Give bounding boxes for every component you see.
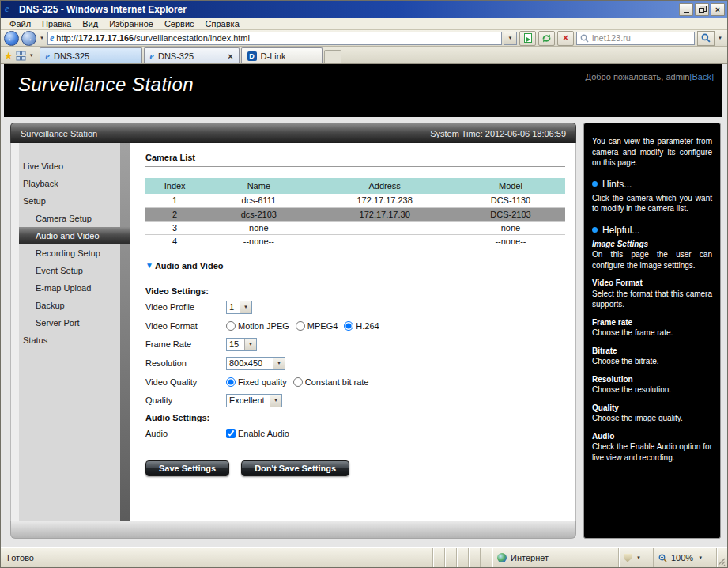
save-settings-button[interactable]: Save Settings	[145, 460, 229, 476]
panel-title: Surveillance Station	[21, 129, 97, 138]
sidebar-item-live-video[interactable]: Live Video	[19, 157, 130, 175]
sidebar-item-emap-upload[interactable]: E-map Upload	[19, 279, 130, 297]
help-section-title: Audio	[592, 431, 712, 442]
radio-mpeg4[interactable]: MPEG4	[296, 321, 338, 331]
minimize-icon	[684, 12, 689, 13]
help-section-title: Resolution	[592, 374, 712, 385]
tab-close-icon[interactable]: ×	[228, 51, 232, 61]
frame-rate-select[interactable]: 15 ▼	[226, 338, 257, 351]
refresh-button[interactable]	[538, 31, 555, 46]
resize-grip[interactable]	[716, 548, 727, 567]
sidebar-item-server-port[interactable]: Server Port	[19, 314, 130, 331]
radio-h264[interactable]: H.264	[344, 321, 379, 331]
av-form: Video Settings: Video Profile 1 ▼ Video …	[145, 286, 565, 476]
tab-dns325-2-active[interactable]: e DNS-325 ×	[144, 47, 240, 63]
menu-tools[interactable]: Сервис	[159, 18, 200, 29]
address-dropdown-button[interactable]: ▼	[504, 32, 517, 45]
dlink-icon: D	[247, 51, 257, 61]
sidebar-item-audio-and-video[interactable]: Audio and Video	[19, 227, 130, 244]
helpful-heading: Helpful...	[592, 224, 712, 237]
history-dropdown-icon[interactable]: ▼	[39, 36, 45, 40]
status-segment	[444, 548, 456, 567]
sidebar-item-recording-setup[interactable]: Recording Setup	[19, 244, 130, 262]
quick-tabs-icon[interactable]	[16, 51, 26, 61]
close-button[interactable]: ×	[711, 3, 725, 16]
radio-constant-bitrate-input[interactable]	[293, 377, 303, 387]
radio-fixed-quality[interactable]: Fixed quality	[226, 377, 287, 387]
menu-favorites[interactable]: Избранное	[104, 18, 159, 29]
video-profile-select[interactable]: 1 ▼	[226, 301, 252, 314]
protected-mode-control[interactable]: ▼	[618, 548, 653, 567]
quality-label: Quality	[145, 396, 226, 405]
cell-address	[313, 234, 456, 248]
address-input[interactable]: e http://172.17.17.166/surveillancestati…	[47, 32, 502, 45]
hints-text: Click the camera which you want to modif…	[592, 193, 712, 214]
system-time: System Time: 2012-06-06 18:06:59	[430, 129, 566, 138]
enable-audio-checkbox[interactable]	[226, 429, 236, 438]
cell-index: 3	[145, 221, 204, 234]
stop-button[interactable]: ×	[557, 31, 574, 46]
search-options-dropdown-icon[interactable]: ▼	[717, 36, 723, 40]
camera-row-3[interactable]: 3 --none-- --none--	[145, 221, 565, 234]
menu-view[interactable]: Вид	[77, 18, 104, 29]
sidebar-item-playback[interactable]: Playback	[19, 175, 130, 192]
cell-address: 172.17.17.238	[313, 194, 456, 207]
camera-list-title: Camera List	[145, 153, 565, 162]
audio-label: Audio	[145, 429, 226, 438]
radio-motion-jpeg[interactable]: Motion JPEG	[226, 321, 289, 331]
panel-footer	[10, 521, 576, 539]
page-viewport: Surveillance Station Добро пожаловать, a…	[1, 64, 727, 547]
search-input[interactable]: inet123.ru	[576, 32, 695, 45]
radio-mpeg4-input[interactable]	[296, 321, 305, 331]
camera-row-2-selected[interactable]: 2 dcs-2103 172.17.17.30 DCS-2103	[145, 207, 565, 221]
tab-dlink[interactable]: D D-Link	[241, 47, 323, 63]
status-ready: Готово	[1, 548, 432, 567]
sidebar-item-backup[interactable]: Backup	[19, 297, 130, 314]
cell-index: 1	[145, 194, 204, 207]
sidebar-item-status[interactable]: Status	[19, 331, 130, 349]
main-panel: Surveillance Station System Time: 2012-0…	[10, 123, 576, 539]
radio-h264-input[interactable]	[344, 321, 353, 331]
new-tab-stub[interactable]	[324, 50, 341, 63]
section-collapse-icon[interactable]: ▼	[145, 262, 153, 270]
menu-edit[interactable]: Правка	[36, 18, 77, 29]
address-prefix: http://	[56, 33, 78, 43]
radio-fixed-quality-input[interactable]	[226, 377, 236, 387]
cell-name: dcs-2103	[204, 207, 313, 221]
sidebar-item-camera-setup[interactable]: Camera Setup	[19, 210, 130, 227]
menu-file[interactable]: Файл	[4, 18, 36, 29]
enable-audio-option[interactable]: Enable Audio	[226, 429, 289, 438]
menu-help[interactable]: Справка	[200, 18, 245, 29]
minimize-button[interactable]	[679, 3, 693, 16]
radio-constant-bitrate[interactable]: Constant bit rate	[293, 377, 369, 387]
ie-logo-icon: e	[5, 4, 16, 15]
back-button[interactable]: ←	[4, 31, 19, 46]
tab-bar: ★ ▼ e DNS-325 e DNS-325 × D D-Link	[1, 47, 727, 64]
tab-list-dropdown-icon[interactable]: ▼	[28, 53, 35, 58]
refresh-icon	[541, 33, 552, 44]
sidebar-item-event-setup[interactable]: Event Setup	[19, 262, 130, 279]
radio-motion-jpeg-input[interactable]	[226, 321, 236, 331]
tab-page-icon: e	[46, 51, 50, 61]
sidebar-item-setup[interactable]: Setup	[19, 192, 130, 210]
radio-label: MPEG4	[307, 321, 338, 331]
back-link[interactable]: [Back]	[689, 72, 714, 81]
favorites-star-icon[interactable]: ★	[4, 51, 13, 61]
compatibility-view-button[interactable]	[519, 31, 536, 46]
search-go-button[interactable]	[697, 31, 715, 46]
forward-button[interactable]: →	[21, 31, 36, 46]
camera-row-4[interactable]: 4 --none-- --none--	[145, 234, 565, 248]
restore-button[interactable]	[695, 3, 709, 16]
col-index: Index	[145, 178, 204, 194]
zoom-control[interactable]: 100% ▼	[653, 548, 716, 567]
browser-window: e DNS-325 - Windows Internet Explorer × …	[0, 0, 728, 568]
dont-save-settings-button[interactable]: Don't Save Settings	[241, 460, 349, 476]
camera-table: Index Name Address Model 1 dcs-6111	[145, 178, 565, 248]
resolution-select[interactable]: 800x450 ▼	[226, 357, 285, 370]
chevron-down-icon: ▼	[244, 339, 256, 350]
quality-select[interactable]: Excellent ▼	[226, 394, 282, 407]
tab-dns325-1[interactable]: e DNS-325	[40, 47, 142, 63]
help-section-text: Choose the frame rate.	[592, 328, 712, 339]
page-content: Surveillance Station System Time: 2012-0…	[4, 117, 724, 539]
camera-row-1[interactable]: 1 dcs-6111 172.17.17.238 DCS-1130	[145, 194, 565, 207]
